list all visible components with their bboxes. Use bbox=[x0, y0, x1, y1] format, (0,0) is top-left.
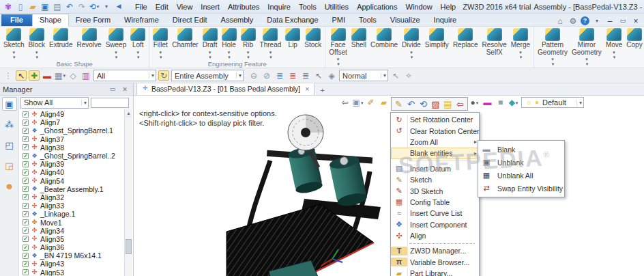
titlebar-right-icon[interactable] bbox=[630, 16, 641, 26]
menu-item[interactable]: Applications bbox=[353, 3, 401, 11]
quick-access-icon[interactable] bbox=[40, 1, 50, 12]
tree-item[interactable]: Align7 bbox=[19, 118, 133, 126]
toolbar-icon[interactable] bbox=[68, 70, 78, 81]
toolbar-icon[interactable] bbox=[403, 70, 414, 81]
toolbar-icon[interactable] bbox=[3, 70, 14, 81]
ribbon-button[interactable]: Mirror Geometry▾ bbox=[570, 27, 604, 67]
ribbon-button[interactable]: Chamfer▾ bbox=[170, 27, 200, 49]
ribbon-button[interactable]: Pattern Geometry▾ bbox=[536, 27, 570, 67]
menu-item[interactable]: Attributes bbox=[224, 3, 263, 11]
ribbon-button[interactable]: Sweep▾ bbox=[104, 27, 129, 59]
tree-item[interactable]: _Linkage.1 bbox=[19, 210, 133, 218]
titlebar-right-icon[interactable] bbox=[568, 16, 579, 26]
tree-checkbox[interactable] bbox=[23, 219, 29, 225]
tree-checkbox[interactable] bbox=[23, 169, 29, 176]
quick-access-icon[interactable] bbox=[3, 1, 14, 12]
context-menu-item[interactable]: Part Library... ▸ bbox=[391, 268, 479, 276]
tree-item[interactable]: Align54 bbox=[19, 177, 133, 185]
tree-item[interactable]: Align40 bbox=[19, 168, 133, 176]
dropdown-arrow-icon[interactable]: ▾ bbox=[247, 50, 250, 55]
menu-item[interactable]: Edit bbox=[151, 3, 173, 11]
quick-pick-icon[interactable] bbox=[430, 98, 441, 109]
context-menu-item[interactable]: Align ▸ bbox=[391, 230, 479, 241]
panel-control-icon[interactable] bbox=[107, 84, 118, 94]
quick-access-icon[interactable] bbox=[101, 1, 112, 12]
view-toolbar-icon[interactable] bbox=[508, 98, 518, 108]
tree-item[interactable]: Align39 bbox=[19, 160, 133, 168]
quick-pick-icon[interactable] bbox=[418, 98, 429, 109]
document-tab[interactable]: BassPedal-V13.Z3 - [01 Bass Pedal Assemb… bbox=[136, 83, 314, 95]
titlebar-right-icon[interactable] bbox=[617, 16, 628, 26]
scroll-up-icon[interactable]: ▲ bbox=[125, 109, 132, 117]
ribbon-button[interactable]: Shell▾ bbox=[349, 27, 368, 49]
ribbon-tab[interactable]: Wireframe bbox=[117, 14, 166, 26]
ribbon-tab[interactable]: Direct Edit bbox=[166, 14, 214, 26]
ribbon-button[interactable]: Merge▾ bbox=[509, 27, 532, 59]
ribbon-tab[interactable]: Inquire bbox=[427, 14, 464, 26]
titlebar-right-icon[interactable] bbox=[604, 16, 615, 26]
view-toolbar-icon[interactable] bbox=[482, 98, 493, 108]
display-style-combo[interactable]: Default ▾ bbox=[521, 97, 584, 108]
manager-search-input[interactable] bbox=[91, 98, 129, 108]
ribbon-button[interactable]: Thread▾ bbox=[258, 27, 284, 59]
toolbar-icon[interactable] bbox=[261, 70, 272, 81]
context-menu-item[interactable]: ZW3D Manager... ▸ bbox=[391, 245, 479, 256]
tree-checkbox[interactable] bbox=[23, 194, 29, 200]
ribbon-button[interactable]: Combine▾ bbox=[368, 27, 400, 49]
ribbon-button[interactable]: Replace▾ bbox=[451, 27, 480, 49]
context-menu-item[interactable]: Config Table ▸ bbox=[391, 197, 479, 208]
tree-checkbox[interactable] bbox=[23, 128, 29, 134]
dropdown-arrow-icon[interactable]: ▾ bbox=[269, 50, 272, 55]
menu-item[interactable]: Utilities bbox=[321, 3, 353, 11]
ribbon-tab[interactable]: Tools bbox=[352, 14, 383, 26]
tree-scrollbar[interactable]: ▲ bbox=[124, 109, 132, 276]
quick-access-icon[interactable] bbox=[27, 1, 38, 12]
ribbon-button[interactable]: Move▾ bbox=[604, 27, 624, 59]
ribbon-button[interactable]: Rib▾ bbox=[239, 27, 258, 59]
ribbon-tab[interactable]: Free Form bbox=[69, 14, 117, 26]
manager-strip-icon[interactable] bbox=[2, 179, 17, 193]
tree-item[interactable]: Align32 bbox=[19, 193, 133, 202]
view-toolbar-icon[interactable] bbox=[495, 98, 506, 108]
dropdown-arrow-icon[interactable]: ▾ bbox=[228, 50, 231, 55]
ribbon-button[interactable]: Simplify▾ bbox=[423, 27, 451, 49]
tree-item[interactable]: _Beater Assembly.1 bbox=[19, 185, 133, 193]
filter-combo[interactable]: All▾ bbox=[93, 70, 156, 81]
dropdown-arrow-icon[interactable]: ▾ bbox=[159, 50, 162, 55]
tree-item[interactable]: _Ghost_SpringBarrel..2 bbox=[19, 152, 133, 160]
ribbon-button[interactable]: Block▾ bbox=[27, 27, 47, 59]
tree-checkbox[interactable] bbox=[23, 203, 29, 209]
menu-item[interactable]: View bbox=[173, 3, 197, 11]
context-menu-item[interactable]: Insert Curve List ▸ bbox=[391, 208, 479, 219]
tree-checkbox[interactable] bbox=[23, 211, 29, 217]
ribbon-tab[interactable]: PMI bbox=[325, 14, 353, 26]
context-menu-item[interactable]: 3D Sketch ▸ bbox=[391, 185, 479, 196]
tree-item[interactable]: Align43 bbox=[19, 260, 133, 268]
toolbar-icon[interactable] bbox=[29, 70, 40, 81]
menu-item[interactable]: Tools bbox=[295, 3, 321, 11]
quick-pick-icon[interactable] bbox=[454, 98, 466, 109]
titlebar-right-icon[interactable] bbox=[581, 16, 589, 25]
dropdown-arrow-icon[interactable]: ▾ bbox=[551, 57, 554, 61]
tree-item[interactable]: Align34 bbox=[19, 227, 133, 235]
dropdown-arrow-icon[interactable]: ▾ bbox=[136, 50, 139, 55]
toolbar-icon[interactable] bbox=[80, 70, 91, 81]
quick-access-icon[interactable] bbox=[89, 1, 100, 12]
manager-strip-icon[interactable] bbox=[2, 158, 17, 172]
tree-item[interactable]: _Ghost_SpringBarrel.1 bbox=[19, 126, 133, 135]
scrollbar-thumb[interactable] bbox=[126, 239, 132, 254]
ribbon-button[interactable]: Face Offset▾ bbox=[327, 27, 349, 67]
quick-pick-icon[interactable] bbox=[442, 98, 454, 109]
toolbar-icon[interactable] bbox=[326, 70, 337, 81]
tree-checkbox[interactable] bbox=[23, 153, 29, 159]
menu-item[interactable]: Insert bbox=[196, 3, 224, 11]
dropdown-arrow-icon[interactable]: ▾ bbox=[13, 50, 16, 55]
ribbon-button[interactable]: Divide▾ bbox=[400, 27, 423, 59]
submenu-item[interactable]: Swap Entity Visibility bbox=[478, 182, 564, 195]
tree-item[interactable]: Align53 bbox=[19, 268, 133, 276]
manager-strip-icon[interactable] bbox=[2, 97, 17, 111]
ribbon-button[interactable]: Lip▾ bbox=[283, 27, 302, 49]
menu-item[interactable]: Help bbox=[437, 3, 460, 11]
toolbar-icon[interactable] bbox=[287, 70, 298, 81]
ribbon-button[interactable]: Resolve SelfX▾ bbox=[480, 27, 509, 56]
